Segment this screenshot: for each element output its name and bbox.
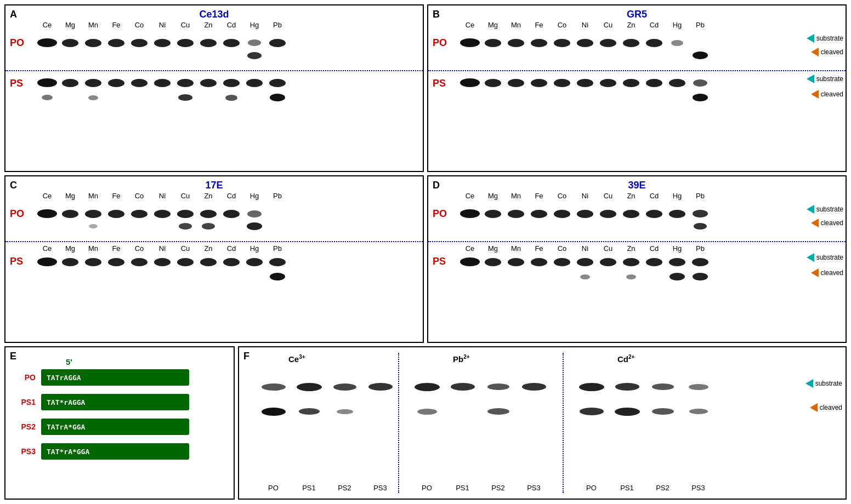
po-label-d: PO [433,208,447,220]
lane-cd-ps2: PS2 [645,484,680,492]
metal-zn-b: Zn [620,21,643,29]
top-panels-row: A Ce13d Ce Mg Mn Fe Co Ni Cu Zn Cd Hg Pb… [4,4,847,172]
band-a-po-sub-6 [151,39,174,47]
ps-label-b: PS [433,78,446,89]
lane-ce-ps1: PS1 [291,484,327,492]
band-a-ps-clv-3 [82,95,105,100]
metal-hg-a: Hg [243,21,266,29]
lane-pb-ps2: PS2 [480,484,516,492]
lane-ce-ps2: PS2 [327,484,362,492]
lane-pb-po: PO [409,484,445,492]
band-a-ps-sub-7 [174,79,197,87]
divider-b [428,70,846,71]
band-a-po-sub-11 [266,39,289,47]
band-a-po-sub-5 [128,39,151,47]
band-a-ps-sub-8 [197,79,220,87]
band-a-ps-sub-4 [105,79,128,87]
oligo-ps2-bar: TATrA*GGA [41,419,189,435]
band-a-po-sub-1 [36,38,59,47]
oligo-ps3-bar: TAT*rA*GGA [41,443,189,460]
middle-panels-row: C 17E CeMgMnFeCoNiCuZnCdHgPb PO [4,175,847,343]
lane-ce-ps3: PS3 [362,484,398,492]
substrate-arrow-d-po [807,205,814,214]
ce-header: Ce3+ [288,354,305,364]
divider-a [5,70,423,71]
oligo-ps3-name: PS3 [16,447,36,456]
substrate-arrow-b-ps [807,75,814,83]
substrate-label-d-ps: substrate [816,254,843,261]
band-a-ps-sub-2 [59,79,82,87]
metal-co-b: Co [551,21,574,29]
lane-pb-ps3: PS3 [516,484,552,492]
metal-fe-a: Fe [105,21,128,29]
cleaved-arrow-b-po [811,48,819,56]
metal-mn-b: Mn [504,21,527,29]
panel-e-label: E [10,351,16,362]
metal-ce-b: Ce [458,21,481,29]
five-prime-label: 5' [66,357,72,366]
panel-f-label: F [243,351,249,362]
band-a-ps-sub-11 [266,79,289,87]
band-a-ps-sub-3 [82,79,105,87]
panel-a-label: A [10,9,17,20]
metal-cd-a: Cd [220,21,243,29]
oligo-ps3-seq: TAT*rA*GGA [47,448,89,456]
vdot-1 [398,353,399,493]
lane-cd-ps1: PS1 [609,484,645,492]
ps-label-a: PS [10,78,23,89]
band-a-po-sub-10 [243,39,266,46]
metal-hg-b: Hg [666,21,689,29]
metal-cu-a: Cu [174,21,197,29]
cleaved-label-d-ps: cleaved [821,269,843,277]
divider-d [428,241,846,242]
metal-ce-a: Ce [36,21,59,29]
panel-c: C 17E CeMgMnFeCoNiCuZnCdHgPb PO [4,175,424,343]
band-a-ps-clv-11 [266,94,289,101]
substrate-arrow-d-ps [807,253,814,262]
substrate-label-f: substrate [815,380,842,387]
panel-d-label: D [433,180,440,191]
panel-a: A Ce13d Ce Mg Mn Fe Co Ni Cu Zn Cd Hg Pb… [4,4,424,172]
oligo-ps1-bar: TAT*rAGGA [41,394,189,410]
po-label-b: PO [433,37,447,49]
po-label-a: PO [10,37,24,49]
metal-mn-a: Mn [82,21,105,29]
metal-co-a: Co [128,21,151,29]
panel-d: D 39E CeMgMnFeCoNiCuZnCdHgPb PO [427,175,847,343]
panel-a-title: Ce13d [199,9,229,20]
ps-label-c: PS [10,256,23,267]
cleaved-arrow-d-po [811,219,819,227]
cleaved-label-b-ps: cleaved [821,90,843,98]
cleaved-arrow-d-ps [811,268,819,277]
substrate-label-b-po: substrate [816,35,843,42]
cleaved-label-d-po: cleaved [821,219,843,227]
cleaved-label-f: cleaved [820,404,842,411]
bottom-panels-row: E 5' PO TATrAGGA PS1 TAT*rAGGA PS2 [4,346,847,500]
substrate-arrow-b-po [807,34,814,43]
metal-cd-b: Cd [643,21,666,29]
metal-mg-a: Mg [59,21,82,29]
oligo-po-name: PO [16,373,36,382]
panel-b-label: B [433,9,440,20]
oligo-po-seq: TATrAGGA [47,374,81,382]
panel-b-title: GR5 [627,9,647,20]
substrate-label-b-ps: substrate [816,75,843,83]
vdot-2 [563,353,564,493]
substrate-label-d-po: substrate [816,205,843,213]
band-a-po-sub-7 [174,39,197,47]
metal-fe-b: Fe [527,21,551,29]
band-a-ps-clv-7 [174,94,197,101]
metal-pb-a: Pb [266,21,289,29]
panel-b: B GR5 Ce Mg Mn Fe Co Ni Cu Zn Cd Hg Pb P… [427,4,847,172]
metal-ni-a: Ni [151,21,174,29]
band-a-po-sub-3 [82,39,105,47]
band-a-ps-sub-9 [220,79,243,87]
band-a-ps-sub-5 [128,79,151,87]
metal-zn-a: Zn [197,21,220,29]
lane-ce-po: PO [256,484,291,492]
oligo-ps2-seq: TATrA*GGA [47,423,85,431]
substrate-arrow-f [805,379,813,388]
band-a-ps-clv-9 [220,95,243,101]
lane-cd-ps3: PS3 [680,484,716,492]
band-a-po-sub-9 [220,39,243,47]
